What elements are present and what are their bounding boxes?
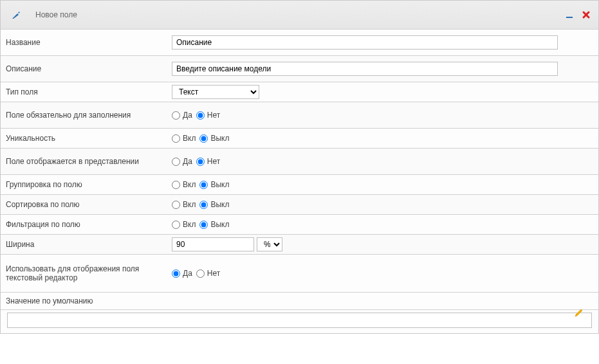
show-in-view-yes-radio[interactable] (172, 158, 180, 166)
sort-by-radio-group: Вкл Выкл (172, 200, 232, 209)
label-sort-by: Сортировка по полю (1, 196, 168, 213)
field-type-select[interactable]: Текст (172, 85, 259, 99)
row-required: Поле обязательно для заполнения Да Нет (1, 102, 598, 129)
sort-by-on-label: Вкл (183, 200, 196, 209)
description-input[interactable] (172, 62, 558, 76)
label-field-type: Тип поля (1, 84, 168, 100)
label-use-wysiwyg: Использовать для отображения поля тексто… (1, 260, 168, 286)
row-name: Название (1, 30, 598, 56)
use-wysiwyg-no-label: Нет (207, 269, 220, 278)
label-name: Название (1, 34, 168, 51)
show-in-view-yes-label: Да (183, 157, 192, 166)
row-description: Описание (1, 56, 598, 82)
use-wysiwyg-yes-radio[interactable] (172, 269, 180, 278)
filter-by-off-label: Выкл (210, 220, 229, 229)
row-width: Ширина % (1, 235, 598, 255)
close-button[interactable] (580, 9, 592, 21)
label-filter-by: Фильтрация по полю (1, 216, 168, 233)
group-by-off-radio[interactable] (199, 181, 208, 189)
filter-by-off-radio[interactable] (199, 221, 208, 229)
titlebar: Новое поле (1, 1, 598, 30)
use-wysiwyg-no-radio[interactable] (196, 269, 205, 278)
label-required: Поле обязательно для заполнения (1, 107, 168, 123)
group-by-off-label: Выкл (210, 180, 229, 189)
minimize-button[interactable] (564, 9, 575, 21)
label-show-in-view: Поле отображается в представлении (1, 153, 168, 170)
filter-by-radio-group: Вкл Выкл (172, 220, 232, 229)
dialog-new-field: Новое поле Название Описание Тип поля (0, 0, 599, 334)
group-by-on-radio[interactable] (172, 181, 180, 189)
sort-by-on-radio[interactable] (172, 201, 180, 209)
uniqueness-off-label: Выкл (210, 134, 229, 143)
row-group-by: Группировка по полю Вкл Выкл (1, 175, 598, 195)
window-controls (564, 9, 592, 21)
group-by-radio-group: Вкл Выкл (172, 180, 232, 189)
uniqueness-on-label: Вкл (183, 134, 196, 143)
row-field-type: Тип поля Текст (1, 82, 598, 102)
label-default-value: Значение по умолчанию (1, 293, 598, 310)
default-value-input[interactable] (7, 313, 592, 328)
row-use-wysiwyg: Использовать для отображения поля тексто… (1, 255, 598, 293)
label-group-by: Группировка по полю (1, 176, 168, 193)
show-in-view-no-label: Нет (207, 157, 220, 166)
default-value-box (1, 310, 598, 333)
show-in-view-no-radio[interactable] (196, 158, 205, 166)
label-width: Ширина (1, 236, 168, 253)
form-icon (11, 10, 21, 20)
group-by-on-label: Вкл (183, 180, 196, 189)
row-uniqueness: Уникальность Вкл Выкл (1, 129, 598, 149)
use-wysiwyg-yes-label: Да (183, 269, 192, 278)
sort-by-off-label: Выкл (210, 200, 229, 209)
label-uniqueness: Уникальность (1, 130, 168, 147)
uniqueness-off-radio[interactable] (199, 134, 208, 143)
uniqueness-radio-group: Вкл Выкл (172, 134, 232, 143)
show-in-view-radio-group: Да Нет (172, 157, 223, 166)
label-description: Описание (1, 60, 168, 77)
use-wysiwyg-radio-group: Да Нет (172, 269, 223, 278)
required-radio-group: Да Нет (172, 111, 223, 120)
required-yes-radio[interactable] (172, 111, 180, 120)
name-input[interactable] (172, 35, 558, 50)
row-sort-by: Сортировка по полю Вкл Выкл (1, 195, 598, 215)
filter-by-on-label: Вкл (183, 220, 196, 229)
window-title: Новое поле (35, 10, 564, 19)
required-yes-label: Да (183, 111, 192, 120)
uniqueness-on-radio[interactable] (172, 134, 180, 143)
form-body: Название Описание Тип поля Текст Поле об… (1, 30, 598, 333)
width-input[interactable] (172, 237, 254, 251)
required-no-label: Нет (207, 111, 220, 120)
row-filter-by: Фильтрация по полю Вкл Выкл (1, 215, 598, 235)
sort-by-off-radio[interactable] (199, 201, 208, 209)
filter-by-on-radio[interactable] (172, 221, 180, 229)
edit-icon[interactable] (574, 307, 584, 318)
required-no-radio[interactable] (196, 111, 205, 120)
width-unit-select[interactable]: % (257, 237, 282, 251)
row-show-in-view: Поле отображается в представлении Да Нет (1, 149, 598, 175)
